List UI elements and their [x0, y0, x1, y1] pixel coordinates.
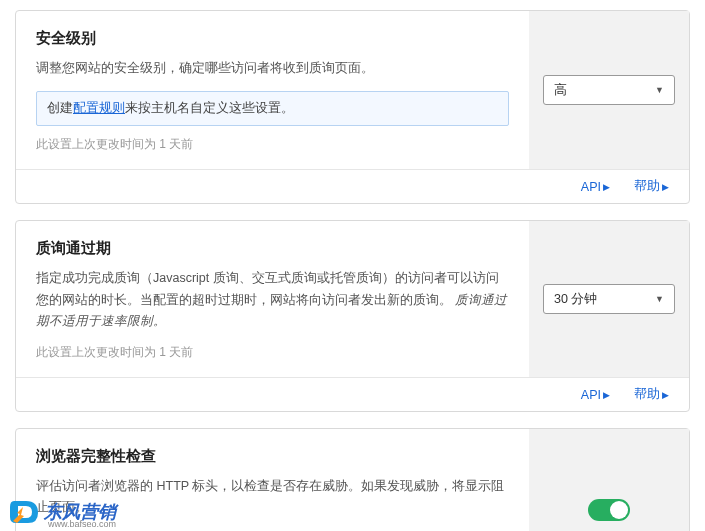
- section-security-level: 安全级别 调整您网站的安全级别，确定哪些访问者将收到质询页面。 创建配置规则来按…: [15, 10, 690, 204]
- security-level-select[interactable]: 高 ▼: [543, 75, 675, 105]
- toggle-knob: [610, 501, 628, 519]
- last-modified: 此设置上次更改时间为 1 天前: [36, 344, 509, 361]
- section-desc: 指定成功完成质询（Javascript 质询、交互式质询或托管质询）的访问者可以…: [36, 268, 509, 332]
- section-title: 浏览器完整性检查: [36, 447, 509, 466]
- section-challenge-passage: 质询通过期 指定成功完成质询（Javascript 质询、交互式质询或托管质询）…: [15, 220, 690, 412]
- help-link[interactable]: 帮助▶: [634, 386, 669, 403]
- section-title: 安全级别: [36, 29, 509, 48]
- config-rule-note: 创建配置规则来按主机名自定义这些设置。: [36, 91, 509, 126]
- section-browser-integrity: 浏览器完整性检查 评估访问者浏览器的 HTTP 标头，以检查是否存在威胁。如果发…: [15, 428, 690, 531]
- challenge-passage-select[interactable]: 30 分钟 ▼: [543, 284, 675, 314]
- help-link[interactable]: 帮助▶: [634, 178, 669, 195]
- caret-right-icon: ▶: [603, 390, 610, 400]
- caret-right-icon: ▶: [662, 390, 669, 400]
- api-link[interactable]: API▶: [581, 180, 610, 194]
- logo-icon: [10, 499, 40, 525]
- section-desc: 调整您网站的安全级别，确定哪些访问者将收到质询页面。: [36, 58, 509, 79]
- api-link[interactable]: API▶: [581, 388, 610, 402]
- config-rules-link[interactable]: 配置规则: [73, 101, 125, 115]
- section-title: 质询通过期: [36, 239, 509, 258]
- watermark: 东风营销 www.bafseo.com: [10, 499, 116, 525]
- browser-integrity-toggle[interactable]: [588, 499, 630, 521]
- last-modified: 此设置上次更改时间为 1 天前: [36, 136, 509, 153]
- chevron-down-icon: ▼: [655, 85, 664, 95]
- caret-right-icon: ▶: [603, 182, 610, 192]
- chevron-down-icon: ▼: [655, 294, 664, 304]
- caret-right-icon: ▶: [662, 182, 669, 192]
